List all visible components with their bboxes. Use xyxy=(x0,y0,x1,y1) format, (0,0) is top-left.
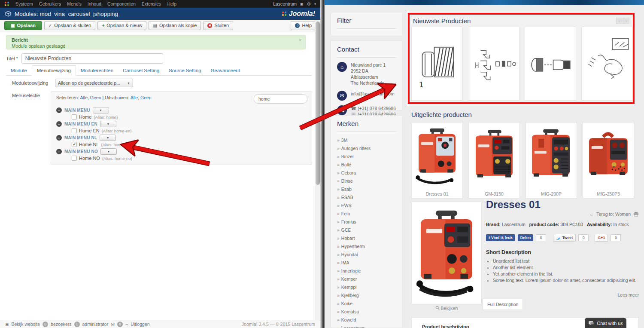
brand-link-gce[interactable]: »GCE xyxy=(337,226,396,234)
newest-product-tile-3[interactable] xyxy=(525,27,576,101)
expand-all-link[interactable]: Alle xyxy=(131,95,138,100)
home-en-checkbox[interactable] xyxy=(72,128,77,133)
brand-link-kemppi[interactable]: »Kemppi xyxy=(337,283,396,291)
featured-product-mig200p[interactable]: MIG-200P xyxy=(526,122,577,199)
admin-scrollbar[interactable] xyxy=(315,20,320,320)
brand-link-fein[interactable]: »Fein xyxy=(337,210,396,218)
facebook-share-button[interactable]: Delen xyxy=(518,234,534,241)
tab-module[interactable]: Module xyxy=(6,66,32,75)
carousel-next-button[interactable]: › xyxy=(623,18,629,24)
collapse-icon[interactable]: − xyxy=(56,121,62,127)
group-dropdown-button[interactable]: ▼ xyxy=(100,148,117,155)
tab-modulerechten[interactable]: Modulerechten xyxy=(76,66,118,75)
chat-with-us-button[interactable]: Chat with us xyxy=(585,318,626,328)
save-new-button[interactable]: + Opslaan & nieuw xyxy=(97,21,146,30)
menubar-item-extensies[interactable]: Extensies xyxy=(142,1,161,6)
print-icon[interactable] xyxy=(633,212,639,217)
svg-text:1: 1 xyxy=(419,80,424,89)
group-dropdown-button[interactable]: ▼ xyxy=(100,135,116,141)
brand-link-hyundai[interactable]: »Hyundai xyxy=(337,251,396,259)
brand-link-binzel[interactable]: »Binzel xyxy=(337,153,396,161)
site-name-link[interactable]: Lascentrum xyxy=(273,1,297,6)
brand-link-ima[interactable]: »IMA xyxy=(337,259,396,267)
scrollbar-thumb[interactable] xyxy=(316,21,320,185)
collapse-icon[interactable]: − xyxy=(56,135,62,141)
brand-link-kjellberg[interactable]: »Kjellberg xyxy=(337,291,396,300)
selection-tools: Selecteren: Alle, Geen | Uitschuiven: Al… xyxy=(56,95,152,100)
save-copy-button[interactable]: ▤ Opslaan als kopie xyxy=(149,21,201,30)
email-link[interactable]: info@lascentrum.com xyxy=(351,91,395,96)
group-dropdown-button[interactable]: ▼ xyxy=(93,107,109,113)
title-input[interactable] xyxy=(21,53,163,64)
message-close-icon[interactable]: × xyxy=(298,37,302,43)
brand-link-autogen[interactable]: »Autogen ritters xyxy=(337,144,396,153)
chevron-down-icon[interactable]: ▾ xyxy=(314,2,316,6)
brand-link-koweld[interactable]: »Koweld xyxy=(337,316,396,324)
logout-link[interactable]: Uitloggen xyxy=(131,322,149,327)
brand-link-esab[interactable]: »Esab xyxy=(337,185,396,193)
brand-link-ews[interactable]: »EWS xyxy=(337,202,396,210)
menubar-item-inhoud[interactable]: Inhoud xyxy=(88,1,101,6)
detail-product-image[interactable] xyxy=(411,201,482,304)
brand-link-innerlogic[interactable]: »Innerlogic xyxy=(337,267,396,275)
tab-geavanceerd[interactable]: Geavanceerd xyxy=(206,66,245,75)
title-field-row: Titel * xyxy=(6,53,163,64)
carousel-prev-button[interactable]: ‹ xyxy=(616,18,623,24)
tab-menutoewijzing[interactable]: Menutoewijzing xyxy=(32,65,76,76)
phone-icon: ☎ xyxy=(337,105,347,115)
select-none-link[interactable]: Geen xyxy=(90,95,101,100)
brand-link-3m[interactable]: »3M xyxy=(337,136,396,144)
menubar-item-systeem[interactable]: Systeem xyxy=(15,1,33,6)
featured-product-dresses01[interactable]: Dresses 01 xyxy=(411,122,463,199)
brand-link-bolle[interactable]: »Bollé xyxy=(337,161,396,169)
brand-link-hypertherm[interactable]: »Hypertherm xyxy=(337,242,396,251)
brand-link-lascentrum[interactable]: »Lascentrum xyxy=(337,324,396,328)
gear-icon[interactable]: ⚙ xyxy=(307,1,311,6)
view-image-link[interactable]: Bekijken xyxy=(411,306,482,311)
brand-link-kemper[interactable]: »Kemper xyxy=(337,275,396,283)
view-site-link[interactable]: Bekijk website xyxy=(12,322,40,327)
menubar-item-help[interactable]: Help xyxy=(167,1,176,6)
close-button[interactable]: ✖ Sluiten xyxy=(203,21,233,30)
save-close-button[interactable]: ✓ Opslaan & sluiten xyxy=(44,21,96,30)
select-all-link[interactable]: Alle xyxy=(80,95,88,100)
product-caption: MIG-250P3 xyxy=(583,191,634,198)
brand-link-esab2[interactable]: »ESAB xyxy=(337,193,396,202)
brand-link-komatsu[interactable]: »Komatsu xyxy=(337,308,396,316)
brands-panel: Merken »3M »Autogen ritters »Binzel »Bol… xyxy=(331,115,403,328)
tab-carousel-setting[interactable]: Carousel Setting xyxy=(118,66,164,75)
assignment-select[interactable]: Alleen op de geselecteerde p... ▼ xyxy=(55,79,133,87)
home-nl-checkbox[interactable] xyxy=(72,142,77,147)
newest-product-tile-1[interactable]: 1 xyxy=(411,27,463,101)
help-button[interactable]: ? Help xyxy=(291,21,316,30)
gplus-button[interactable]: G+1 xyxy=(595,234,608,242)
menubar-item-menus[interactable]: Menu's xyxy=(67,1,82,6)
brand-link-hobart[interactable]: »Hobart xyxy=(337,234,396,242)
tweet-button[interactable]: Tweet xyxy=(553,234,576,242)
featured-product-mig250p3[interactable]: MIG-250P3 xyxy=(583,122,634,199)
brand-link-cebora[interactable]: »Cebora xyxy=(337,169,396,177)
expand-none-link[interactable]: Geen xyxy=(140,95,152,100)
brand-link-koike[interactable]: »Koike xyxy=(337,300,396,308)
contact-address-row: ⌂ Nieuwland parc 1 2952 DA Alblasserdam … xyxy=(337,62,396,86)
home-no-checkbox[interactable] xyxy=(72,156,77,161)
full-description-tab[interactable]: Full Description xyxy=(483,299,523,310)
facebook-like-button[interactable]: f Vind ik leuk xyxy=(486,234,515,241)
collapse-icon[interactable]: − xyxy=(56,149,62,154)
brand-link-fronius[interactable]: »Fronius xyxy=(337,218,396,226)
back-to-category-link[interactable]: Terug to: Women xyxy=(596,212,631,217)
save-button[interactable]: ▣ Opslaan xyxy=(4,21,42,30)
newest-product-tile-2[interactable] xyxy=(468,27,519,101)
group-dropdown-button[interactable]: ▼ xyxy=(100,121,116,127)
menubar-item-gebruikers[interactable]: Gebruikers xyxy=(39,1,61,6)
brand-link-dinse[interactable]: »Dinse xyxy=(337,177,396,185)
collapse-icon[interactable]: − xyxy=(56,107,62,113)
newest-product-tile-4[interactable] xyxy=(581,27,633,101)
menubar-item-componenten[interactable]: Componenten xyxy=(107,1,136,6)
newest-products-title: Nieuwste Producten xyxy=(410,15,633,25)
tab-source-setting[interactable]: Source Setting xyxy=(164,66,206,75)
read-more-link[interactable]: Lees meer xyxy=(486,292,639,297)
featured-product-gm3150[interactable]: GM-3150 xyxy=(468,122,520,199)
home-checkbox[interactable] xyxy=(72,114,77,120)
menu-search-input[interactable] xyxy=(254,94,307,104)
